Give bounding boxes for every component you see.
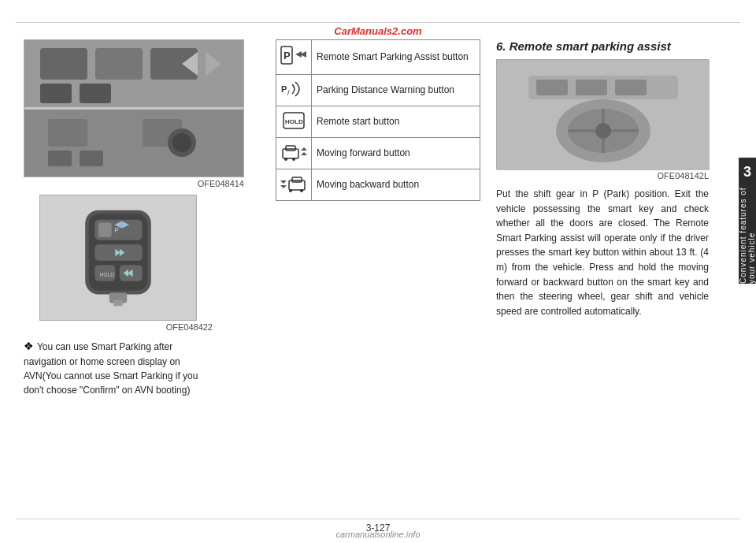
legend-row-forward: Moving forward button [276, 138, 480, 169]
svg-rect-19 [98, 222, 112, 237]
svg-rect-12 [48, 151, 72, 166]
legend-row-backward: Moving backward button [276, 169, 480, 201]
svg-marker-52 [280, 185, 287, 188]
forward-label: Moving forward button [312, 138, 480, 169]
hold-label: Remote start button [312, 106, 480, 138]
svg-text:/: / [287, 89, 290, 97]
rspa-label: Remote Smart Parking Assist button [312, 40, 480, 75]
watermark: CarManuals2.com [334, 25, 421, 37]
svg-rect-48 [292, 177, 302, 182]
bottom-image-caption: OFE048422 [24, 322, 213, 332]
top-divider [16, 22, 740, 23]
hold-icon-cell: HOLD [276, 106, 312, 138]
top-image [24, 39, 244, 177]
bottom-watermark: carmanualsonline.info [335, 530, 420, 539]
svg-rect-5 [40, 84, 72, 103]
svg-marker-46 [301, 152, 307, 155]
svg-rect-42 [286, 146, 295, 151]
svg-point-49 [289, 189, 292, 192]
pdw-icon-cell: P / [276, 75, 312, 106]
legend-table-container: P Remote Smart Parking Assist button P / [276, 39, 480, 201]
right-image-caption: OFE048142L [496, 171, 709, 180]
svg-point-44 [292, 158, 295, 161]
svg-text:P: P [281, 84, 287, 94]
svg-text:HOLD: HOLD [285, 118, 303, 125]
legend-row-rspa: P Remote Smart Parking Assist button [276, 40, 480, 75]
svg-rect-13 [80, 151, 103, 166]
backward-icon-cell [276, 169, 312, 201]
right-image [496, 59, 709, 169]
bottom-image: P HOLD [39, 195, 197, 321]
svg-rect-9 [48, 119, 87, 147]
svg-point-15 [172, 133, 191, 152]
rspa-icon-cell: P [276, 40, 312, 75]
legend-row-hold: HOLD Remote start button [276, 106, 480, 138]
note-text: ❖ You can use Smart Parking after naviga… [24, 338, 213, 397]
note-symbol: ❖ [24, 340, 37, 352]
forward-icon-cell [276, 138, 312, 169]
svg-rect-61 [576, 80, 607, 95]
bottom-divider [16, 519, 740, 519]
legend-row-pdw: P / Parking Distance Warning button [276, 75, 480, 106]
chapter-label: Convenient features of your vehicle [739, 180, 756, 284]
svg-text:P: P [284, 50, 291, 61]
svg-rect-10 [95, 119, 135, 147]
svg-text:P: P [114, 226, 119, 234]
svg-rect-3 [95, 48, 143, 80]
svg-rect-32 [113, 300, 122, 306]
svg-rect-2 [40, 48, 87, 80]
svg-point-50 [300, 189, 303, 192]
svg-rect-60 [536, 80, 568, 95]
backward-label: Moving backward button [312, 169, 480, 201]
svg-text:HOLD: HOLD [100, 272, 114, 277]
description-text: Put the shift gear in P (Park) position.… [496, 187, 709, 318]
svg-rect-62 [615, 80, 647, 95]
top-image-caption: OFE048414 [24, 179, 244, 188]
section-title: 6. Remote smart parking assist [496, 39, 732, 53]
button-legend-table: P Remote Smart Parking Assist button P / [276, 39, 480, 201]
svg-marker-51 [280, 180, 287, 184]
svg-marker-45 [301, 147, 307, 151]
left-column: OFE048414 P HOLD [24, 39, 268, 397]
chapter-number: 3 [743, 164, 751, 180]
svg-point-58 [595, 123, 611, 139]
right-column: 6. Remote smart parking assist OFE048142… [496, 39, 732, 318]
pdw-label: Parking Distance Warning button [312, 75, 480, 106]
chapter-tab: 3 Convenient features of your vehicle [739, 158, 756, 284]
svg-point-43 [284, 158, 287, 161]
svg-rect-6 [80, 84, 111, 103]
